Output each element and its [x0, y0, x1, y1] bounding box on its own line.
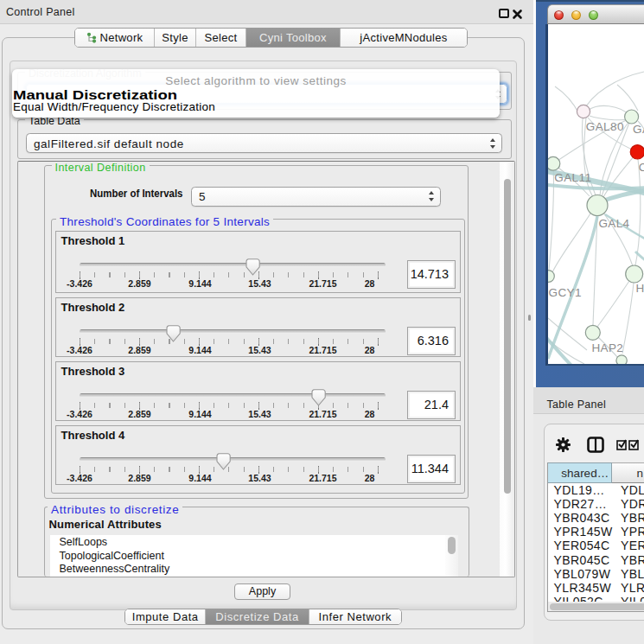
svg-text:H: H: [635, 282, 644, 295]
svg-text:GAL80: GAL80: [586, 120, 624, 133]
svg-text:GA: GA: [633, 123, 644, 136]
svg-text:C: C: [639, 161, 644, 174]
svg-text:HAP2: HAP2: [591, 341, 623, 354]
svg-text:GCY1: GCY1: [549, 286, 582, 299]
svg-text:GAL4: GAL4: [598, 217, 629, 230]
svg-text:GAL11: GAL11: [554, 171, 591, 184]
